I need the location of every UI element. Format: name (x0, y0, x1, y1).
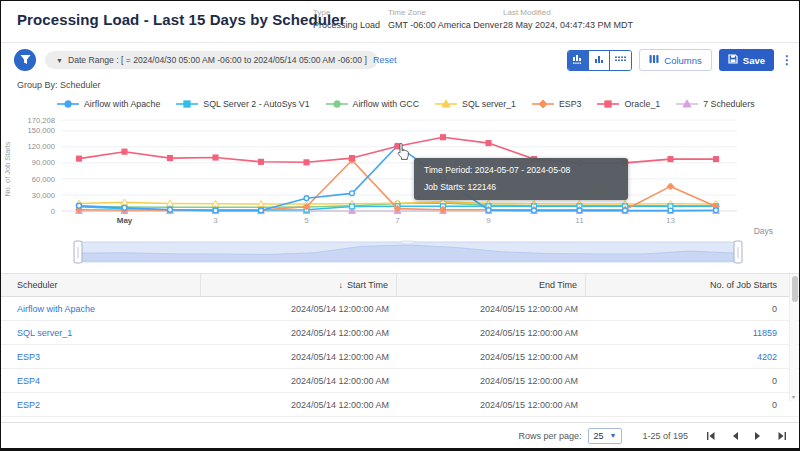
svg-text:0: 0 (51, 207, 55, 216)
range-navigator-canvas[interactable] (1, 238, 800, 268)
legend-label: Airflow with Apache (84, 99, 160, 109)
legend-item-5[interactable]: Oracle_1 (596, 99, 660, 109)
end-time-cell: 2024/05/15 12:00:00 AM (397, 352, 586, 362)
filter-bar: ▼ Date Range : [ = 2024/04/30 05:00 AM -… (1, 43, 799, 77)
pagination-controls (706, 431, 787, 441)
next-page-button[interactable] (754, 431, 762, 441)
legend-item-4[interactable]: ESP3 (531, 99, 582, 109)
chart-table-view-button[interactable] (568, 51, 589, 70)
rows-per-page-value: 25 (594, 431, 604, 441)
date-range-filter-pill[interactable]: ▼ Date Range : [ = 2024/04/30 05:00 AM -… (45, 51, 378, 69)
columns-button-label: Columns (664, 55, 702, 66)
navigator-handle-right[interactable] (734, 241, 742, 263)
chart-tooltip: Time Period: 2024-05-07 - 2024-05-08 Job… (414, 158, 628, 200)
start-time-cell: 2024/05/14 12:00:00 AM (201, 352, 397, 362)
job-starts-cell: 0 (586, 376, 799, 386)
dashboard-window: Processing Load - Last 15 Days by Schedu… (0, 0, 800, 451)
table-row[interactable]: Airflow with Apache2024/05/14 12:00:00 A… (1, 297, 799, 321)
range-navigator[interactable] (1, 238, 800, 268)
scheduler-link[interactable]: ESP3 (1, 352, 201, 362)
columns-button[interactable]: Columns (639, 49, 712, 71)
header: Processing Load - Last 15 Days by Schedu… (1, 1, 799, 43)
table-row[interactable]: SQL server_12024/05/14 12:00:00 AM2024/0… (1, 321, 799, 345)
scrollbar-thumb[interactable] (792, 276, 798, 302)
column-header-no-of-job-starts[interactable]: No. of Job Starts (586, 274, 799, 296)
start-time-cell: 2024/05/14 12:00:00 AM (201, 304, 397, 314)
scrollbar-down-arrow[interactable]: ▾ (792, 393, 795, 400)
table-body: Airflow with Apache2024/05/14 12:00:00 A… (1, 297, 799, 426)
svg-text:7: 7 (395, 216, 400, 225)
svg-text:No. of Job Starts: No. of Job Starts (3, 141, 12, 196)
meta-type: Type Processing Load (313, 8, 380, 30)
scheduler-link[interactable]: ESP2 (1, 400, 201, 410)
line-chart[interactable]: 030,00060,00090,000120,000150,000170,208… (1, 111, 800, 237)
job-starts-cell[interactable]: 4202 (586, 352, 799, 362)
schedulers-table: Scheduler↓Start TimeEnd TimeNo. of Job S… (1, 273, 799, 422)
svg-text:May: May (117, 216, 133, 225)
previous-page-button[interactable] (731, 431, 739, 441)
save-button-label: Save (743, 55, 765, 66)
hand-cursor-icon (395, 142, 412, 165)
table-view-button[interactable] (610, 51, 631, 70)
chart-canvas[interactable]: 030,00060,00090,000120,000150,000170,208… (1, 111, 800, 237)
start-time-cell: 2024/05/14 12:00:00 AM (201, 400, 397, 410)
date-range-filter-text: Date Range : [ = 2024/04/30 05:00 AM -06… (68, 55, 367, 65)
first-page-button[interactable] (706, 431, 716, 441)
navigator-handle-left[interactable] (74, 241, 82, 263)
legend-marker-icon (675, 99, 699, 109)
meta-timezone: Time Zone GMT -06:00 America Denver (388, 8, 502, 30)
caret-down-icon: ▼ (56, 57, 63, 64)
filter-button[interactable] (14, 49, 36, 71)
save-button[interactable]: Save (719, 49, 774, 71)
rows-per-page-label: Rows per page: (518, 431, 581, 441)
reset-link[interactable]: Reset (373, 55, 397, 65)
view-toggle-group (567, 50, 632, 71)
column-header-scheduler[interactable]: Scheduler (1, 274, 201, 296)
legend-item-3[interactable]: SQL server_1 (434, 99, 516, 109)
chart-view-button[interactable] (589, 51, 610, 70)
chart-table-view-icon (572, 51, 584, 69)
last-page-button[interactable] (777, 431, 787, 441)
svg-text:150,000: 150,000 (28, 126, 55, 135)
table-row[interactable]: ESP22024/05/14 12:00:00 AM2024/05/15 12:… (1, 393, 799, 417)
svg-text:30,000: 30,000 (32, 191, 55, 200)
legend-item-1[interactable]: SQL Server 2 - AutoSys V1 (175, 99, 309, 109)
svg-text:9: 9 (486, 216, 491, 225)
column-header-end-time[interactable]: End Time (397, 274, 586, 296)
column-header-start-time[interactable]: ↓Start Time (201, 274, 397, 296)
table-row[interactable]: ESP32024/05/14 12:00:00 AM2024/05/15 12:… (1, 345, 799, 369)
table-row[interactable]: ESP42024/05/14 12:00:00 AM2024/05/15 12:… (1, 369, 799, 393)
sort-desc-icon: ↓ (338, 280, 343, 290)
legend-item-0[interactable]: Airflow with Apache (56, 99, 160, 109)
legend-marker-icon (531, 99, 555, 109)
end-time-cell: 2024/05/15 12:00:00 AM (397, 328, 586, 338)
svg-text:5: 5 (304, 216, 309, 225)
legend-item-6[interactable]: 7 Schedulers (675, 99, 754, 109)
column-header-label: Scheduler (17, 280, 58, 290)
job-starts-cell[interactable]: 11859 (586, 328, 799, 338)
tooltip-time-period: Time Period: 2024-05-07 - 2024-05-08 (424, 165, 618, 175)
job-starts-cell: 0 (586, 304, 799, 314)
toolbar: Columns Save ⋮ (567, 49, 793, 71)
legend-item-2[interactable]: Airflow with GCC (325, 99, 419, 109)
select-arrow-icon: ▼ (610, 432, 617, 439)
more-options-button[interactable]: ⋮ (781, 55, 793, 65)
scheduler-link[interactable]: Airflow with Apache (1, 304, 201, 314)
end-time-cell: 2024/05/15 12:00:00 AM (397, 376, 586, 386)
meta-type-value: Processing Load (313, 20, 380, 30)
scheduler-link[interactable]: ESP4 (1, 376, 201, 386)
funnel-icon (20, 51, 31, 69)
meta-last-modified: Last Modified 28 May 2024, 04:47:43 PM M… (503, 8, 633, 30)
legend-label: 7 Schedulers (703, 99, 754, 109)
legend-label: Oracle_1 (624, 99, 660, 109)
legend-marker-icon (434, 99, 458, 109)
table-footer: Rows per page: 25 ▼ 1-25 of 195 (1, 422, 799, 448)
legend-marker-icon (56, 99, 80, 109)
scheduler-link[interactable]: SQL server_1 (1, 328, 201, 338)
svg-text:3: 3 (213, 216, 218, 225)
chart-view-icon (593, 51, 605, 69)
start-time-cell: 2024/05/14 12:00:00 AM (201, 328, 397, 338)
table-scrollbar[interactable]: ▾ (789, 274, 798, 401)
rows-per-page-select[interactable]: 25 ▼ (588, 428, 623, 444)
svg-text:60,000: 60,000 (32, 175, 55, 184)
